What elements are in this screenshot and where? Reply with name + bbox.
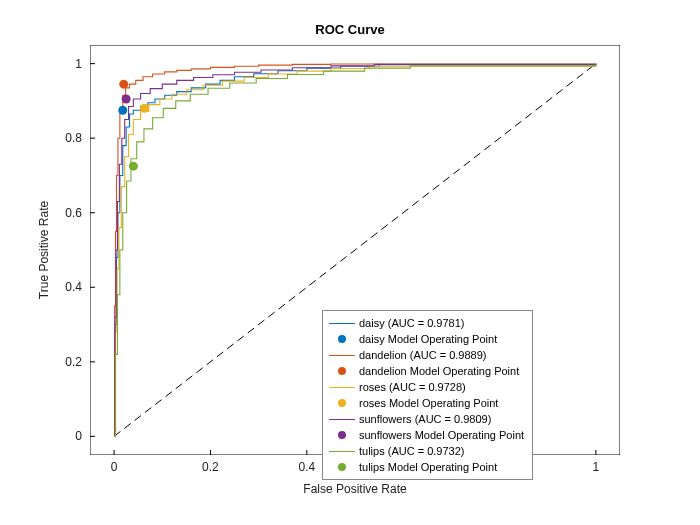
dot-icon [338, 431, 346, 439]
legend-dot-swatch [329, 396, 355, 410]
legend-label: roses Model Operating Point [359, 398, 498, 409]
y-tick-label: 0.4 [65, 280, 82, 294]
y-tick-label: 0.2 [65, 355, 82, 369]
dot-icon [338, 399, 346, 407]
legend-label: dandelion Model Operating Point [359, 366, 519, 377]
line-icon [329, 387, 355, 388]
legend-dot-swatch [329, 332, 355, 346]
y-axis-label: True Positive Rate [37, 201, 51, 300]
figure: ROC Curve 00.20.40.60.8100.20.40.60.81Fa… [0, 0, 700, 525]
y-tick-label: 0.6 [65, 206, 82, 220]
legend-label: tulips (AUC = 0.9732) [359, 446, 464, 457]
operating-point-daisy [118, 106, 127, 115]
legend-label: sunflowers Model Operating Point [359, 430, 524, 441]
legend-entry: daisy (AUC = 0.9781) [329, 315, 524, 331]
legend-label: daisy Model Operating Point [359, 334, 497, 345]
legend-label: sunflowers (AUC = 0.9809) [359, 414, 491, 425]
legend-entry: daisy Model Operating Point [329, 331, 524, 347]
legend-entry: roses (AUC = 0.9728) [329, 379, 524, 395]
legend-dot-swatch [329, 460, 355, 474]
line-icon [329, 323, 355, 324]
legend-entry: dandelion (AUC = 0.9889) [329, 347, 524, 363]
legend-line-swatch [329, 380, 355, 394]
legend-line-swatch [329, 444, 355, 458]
legend-label: roses (AUC = 0.9728) [359, 382, 466, 393]
y-tick-label: 0.8 [65, 131, 82, 145]
legend-line-swatch [329, 412, 355, 426]
chart-title: ROC Curve [0, 22, 700, 37]
legend-entry: roses Model Operating Point [329, 395, 524, 411]
legend-dot-swatch [329, 364, 355, 378]
x-tick-label: 0.4 [298, 460, 315, 474]
operating-point-dandelion [119, 80, 128, 89]
operating-point-sunflowers [122, 95, 131, 104]
operating-point-roses [140, 104, 149, 113]
legend-dot-swatch [329, 428, 355, 442]
legend: daisy (AUC = 0.9781)daisy Model Operatin… [322, 310, 533, 480]
legend-line-swatch [329, 348, 355, 362]
operating-point-tulips [129, 162, 138, 171]
line-icon [329, 419, 355, 420]
legend-entry: tulips Model Operating Point [329, 459, 524, 475]
dot-icon [338, 335, 346, 343]
legend-entry: sunflowers (AUC = 0.9809) [329, 411, 524, 427]
x-tick-label: 0 [111, 460, 118, 474]
legend-entry: dandelion Model Operating Point [329, 363, 524, 379]
dot-icon [338, 463, 346, 471]
legend-label: dandelion (AUC = 0.9889) [359, 350, 487, 361]
y-tick-label: 1 [75, 57, 82, 71]
legend-label: tulips Model Operating Point [359, 462, 497, 473]
x-tick-label: 0.2 [202, 460, 219, 474]
x-tick-label: 1 [593, 460, 600, 474]
x-axis-label: False Positive Rate [303, 482, 407, 496]
legend-label: daisy (AUC = 0.9781) [359, 318, 464, 329]
legend-entry: tulips (AUC = 0.9732) [329, 443, 524, 459]
line-icon [329, 451, 355, 452]
y-tick-label: 0 [75, 429, 82, 443]
legend-line-swatch [329, 316, 355, 330]
legend-entry: sunflowers Model Operating Point [329, 427, 524, 443]
dot-icon [338, 367, 346, 375]
line-icon [329, 355, 355, 356]
